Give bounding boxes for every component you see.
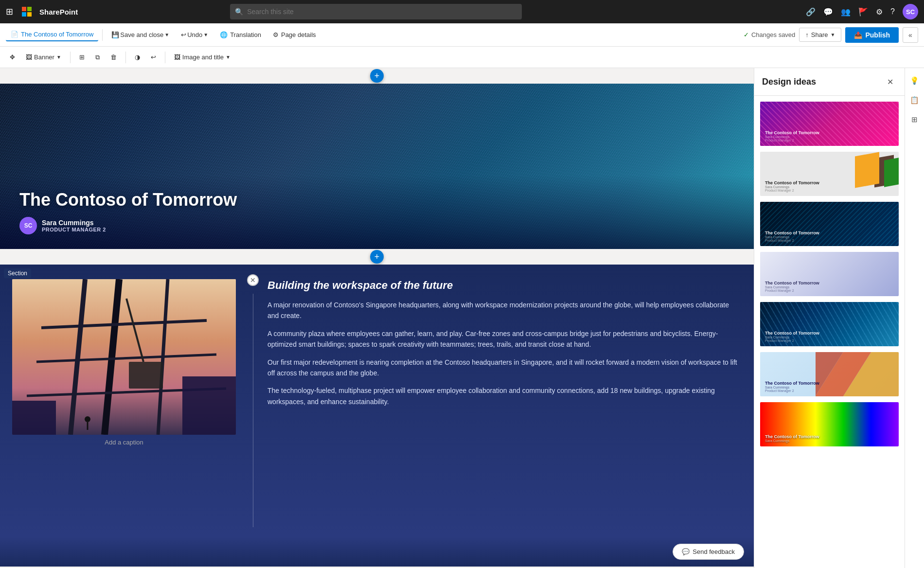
- app-title: SharePoint: [39, 8, 78, 16]
- share-button[interactable]: ↑ Share ▼: [799, 28, 841, 42]
- add-section-top: +: [0, 68, 754, 84]
- share-nav-icon[interactable]: 🔗: [806, 7, 816, 17]
- send-feedback-button[interactable]: 💬 Send feedback: [673, 544, 744, 560]
- user-avatar[interactable]: SC: [903, 4, 918, 19]
- translation-icon: 🌐: [220, 31, 228, 38]
- help-nav-icon[interactable]: ?: [890, 7, 895, 16]
- save-close-button[interactable]: 💾 Save and close ▼: [107, 29, 174, 41]
- section-para-3: Our first major redevelopment is nearing…: [267, 357, 739, 379]
- author-info: Sara Cummings PRODUCT MANAGER 2: [42, 219, 106, 232]
- column-divider-line: [253, 294, 253, 527]
- design-idea-4[interactable]: The Contoso of Tomorrow Sara Cummings Pr…: [759, 251, 900, 297]
- toolbar-left: 📄 The Contoso of Tomorrow 💾 Save and clo…: [6, 28, 742, 41]
- author-avatar: SC: [19, 217, 37, 234]
- edit-toolbar: ✥ 🖼 Banner ▼ ⊞ ⧉ 🗑 ◑ ↩ 🖼 Image and title…: [0, 47, 924, 68]
- page-tab[interactable]: 📄 The Contoso of Tomorrow: [6, 28, 98, 41]
- publish-button[interactable]: 📤 Publish: [845, 27, 899, 43]
- add-section-middle-button[interactable]: +: [370, 250, 384, 264]
- minimize-panel-button[interactable]: «: [903, 27, 918, 43]
- idea-3-label: The Contoso of Tomorrow: [765, 231, 894, 235]
- save-icon: 💾: [111, 31, 119, 38]
- hero-overlay: The Contoso of Tomorrow SC Sara Cummings…: [0, 175, 754, 249]
- save-dropdown-arrow: ▼: [164, 32, 169, 37]
- undo-et-button[interactable]: ↩: [147, 52, 160, 63]
- search-box[interactable]: 🔍: [230, 4, 522, 19]
- hero-title: The Contoso of Tomorrow: [19, 190, 734, 210]
- column-divider-button[interactable]: ✕: [247, 274, 259, 286]
- changes-saved-indicator: ✓ Changes saved: [744, 31, 795, 38]
- toolbar-divider-1: [102, 29, 103, 41]
- layout-button[interactable]: ⊞: [75, 52, 89, 63]
- image-caption[interactable]: Add a caption: [105, 439, 143, 446]
- settings-nav-icon[interactable]: ⚙: [876, 7, 883, 17]
- section-para-4: The technology-fueled, multiphase projec…: [267, 385, 739, 407]
- details-icon: ⚙: [273, 31, 279, 38]
- side-properties-icon[interactable]: ⊞: [907, 112, 923, 127]
- translation-button[interactable]: 🌐 Translation: [215, 29, 266, 41]
- nav-icons: 🔗 💬 👥 🚩 ⚙ ? SC: [806, 4, 918, 19]
- style-button[interactable]: ◑: [131, 52, 144, 63]
- panel-close-button[interactable]: ✕: [883, 75, 897, 89]
- idea-6-label: The Contoso of Tomorrow: [765, 381, 855, 386]
- idea-4-role: Product Manager 2: [765, 289, 894, 292]
- design-idea-2[interactable]: The Contoso of Tomorrow Sara Cummings Pr…: [759, 151, 900, 197]
- panel-header: Design ideas ✕: [754, 68, 905, 96]
- et-divider-2: [125, 52, 126, 63]
- design-idea-1[interactable]: The Contoso of Tomorrow Sara Cummings Pr…: [759, 101, 900, 147]
- top-nav: ⊞ SharePoint 🔍 🔗 💬 👥 🚩 ⚙ ? SC: [0, 0, 924, 23]
- idea-4-sublabel: Sara Cummings: [765, 285, 894, 289]
- et-divider-3: [165, 52, 165, 63]
- image-title-button[interactable]: 🖼 Image and title ▼: [170, 52, 234, 63]
- et-divider-1: [70, 52, 71, 63]
- content-section: Section: [0, 265, 754, 537]
- add-section-middle: +: [0, 249, 754, 265]
- idea-7-sublabel: Sara Cummings: [765, 439, 894, 443]
- author-row: SC Sara Cummings PRODUCT MANAGER 2: [19, 217, 734, 234]
- idea-2-sublabel: Sara Cummings: [765, 185, 894, 189]
- side-panel-icons: 💡 📋 ⊞: [905, 68, 924, 568]
- duplicate-button[interactable]: ⧉: [91, 52, 104, 63]
- page-canvas[interactable]: + The Contoso of Tomorrow SC Sara Cummin…: [0, 68, 754, 568]
- side-design-icon[interactable]: 💡: [907, 73, 923, 89]
- add-section-top-button[interactable]: +: [370, 69, 384, 83]
- idea-2-label: The Contoso of Tomorrow: [765, 180, 894, 185]
- delete-icon: 🗑: [110, 53, 117, 61]
- search-icon: 🔍: [235, 8, 243, 16]
- idea-1-label: The Contoso of Tomorrow: [765, 130, 894, 135]
- side-pages-icon[interactable]: 📋: [907, 92, 923, 108]
- design-ideas-panel: Design ideas ✕ The Contoso of Tomorrow S…: [754, 68, 905, 568]
- chat-nav-icon[interactable]: 💬: [823, 7, 833, 17]
- idea-5-sublabel: Sara Cummings: [765, 336, 894, 339]
- section-heading: Building the workspace of the future: [267, 279, 739, 292]
- search-input[interactable]: [247, 8, 517, 16]
- delete-button[interactable]: 🗑: [107, 52, 121, 63]
- section-label[interactable]: Section: [4, 268, 31, 278]
- design-idea-6[interactable]: The Contoso of Tomorrow Sara Cummings Pr…: [759, 351, 900, 397]
- design-idea-3[interactable]: The Contoso of Tomorrow Sara Cummings Pr…: [759, 201, 900, 247]
- undo-et-icon: ↩: [151, 53, 156, 61]
- layout-icon: ⊞: [79, 53, 85, 61]
- idea-6-sublabel: Sara Cummings: [765, 386, 855, 389]
- idea-6-role: Product Manager 2: [765, 389, 855, 392]
- image-column: Add a caption: [0, 265, 248, 537]
- text-column: Building the workspace of the future A m…: [258, 265, 754, 537]
- design-idea-7[interactable]: The Contoso of Tomorrow Sara Cummings: [759, 401, 900, 447]
- share-icon: ↑: [805, 31, 809, 38]
- flag-nav-icon[interactable]: 🚩: [858, 7, 868, 17]
- design-idea-5[interactable]: The Contoso of Tomorrow Sara Cummings Pr…: [759, 301, 900, 347]
- undo-button[interactable]: ↩ Undo ▼: [176, 29, 213, 41]
- hero-banner[interactable]: The Contoso of Tomorrow SC Sara Cummings…: [0, 84, 754, 249]
- people-nav-icon[interactable]: 👥: [841, 7, 851, 17]
- share-dropdown-arrow: ▼: [831, 32, 835, 37]
- move-button[interactable]: ✥: [6, 52, 19, 63]
- banner-button[interactable]: 🖼 Banner ▼: [22, 52, 65, 63]
- page-details-button[interactable]: ⚙ Page details: [268, 29, 321, 41]
- microsoft-logo: [22, 7, 32, 17]
- construction-image[interactable]: [12, 279, 236, 435]
- it-dropdown-arrow: ▼: [226, 54, 231, 60]
- idea-7-label: The Contoso of Tomorrow: [765, 434, 894, 439]
- author-role: PRODUCT MANAGER 2: [42, 227, 106, 232]
- waffle-icon[interactable]: ⊞: [6, 6, 13, 17]
- banner-dropdown-arrow: ▼: [56, 54, 61, 60]
- svg-rect-8: [129, 362, 163, 389]
